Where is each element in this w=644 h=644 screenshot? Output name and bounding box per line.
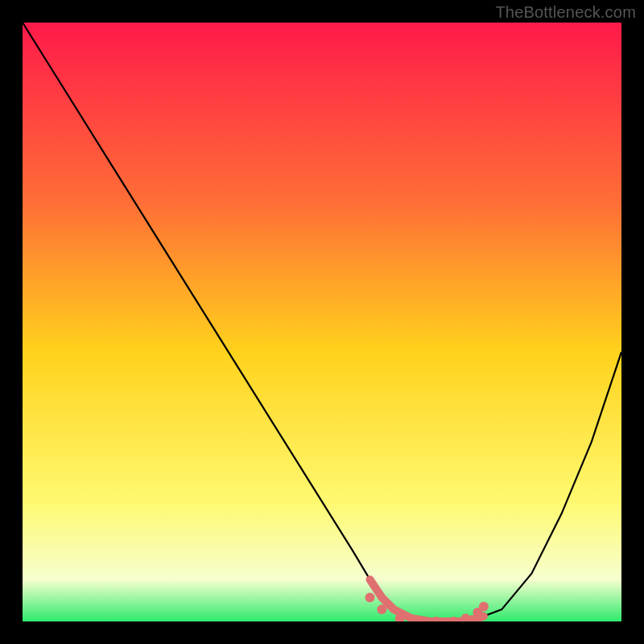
- gradient-background: [23, 23, 621, 621]
- chart-frame: TheBottleneck.com: [0, 0, 644, 644]
- bottleneck-chart: [23, 23, 621, 621]
- plot-area: [23, 23, 621, 621]
- optimal-marker: [479, 601, 489, 611]
- optimal-marker: [365, 592, 375, 602]
- watermark-text: TheBottleneck.com: [495, 3, 636, 22]
- optimal-marker: [377, 605, 386, 614]
